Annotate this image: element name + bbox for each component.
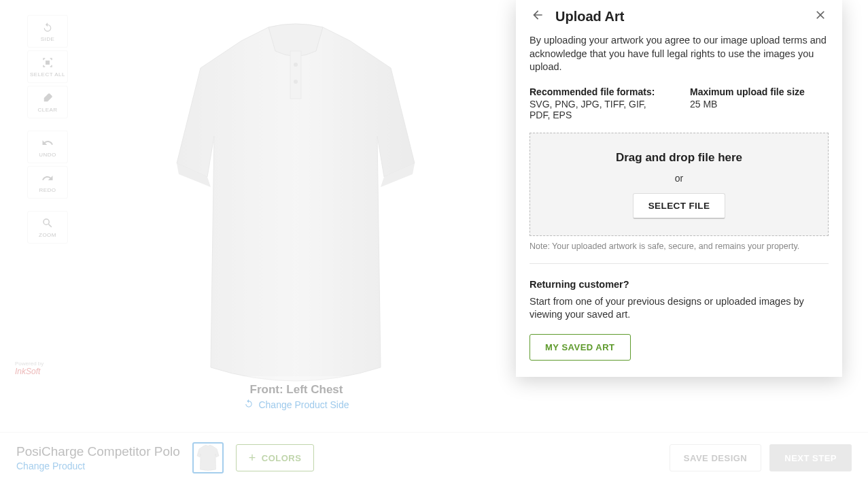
close-button[interactable] (812, 8, 829, 24)
colors-button-label: COLORS (262, 453, 302, 463)
undo-tool-label: UNDO (39, 152, 56, 158)
select-all-tool-label: SELECT ALL (30, 71, 65, 78)
zoom-tool-label: ZOOM (39, 232, 56, 238)
back-button[interactable] (530, 8, 546, 24)
dropzone-or: or (537, 173, 821, 184)
formats-spec: Recommended file formats: SVG, PNG, JPG,… (530, 86, 668, 120)
redo-tool[interactable]: REDO (27, 166, 68, 199)
product-thumbnail[interactable] (192, 442, 224, 473)
file-dropzone[interactable]: Drag and drop file here or SELECT FILE (530, 133, 829, 236)
powered-by-brand: InkSoft (15, 367, 40, 376)
undo-tool[interactable]: UNDO (27, 131, 68, 163)
zoom-tool[interactable]: ZOOM (27, 211, 68, 244)
plus-icon: + (249, 451, 256, 465)
bottom-bar: PosiCharge Competitor Polo Change Produc… (0, 432, 868, 483)
svg-rect-0 (290, 51, 301, 99)
eraser-icon (41, 92, 54, 105)
svg-point-2 (294, 80, 298, 84)
clear-tool-label: CLEAR (37, 107, 57, 113)
side-tool-label: SIDE (41, 36, 55, 42)
zoom-icon (41, 217, 54, 231)
change-product-side-link[interactable]: Change Product Side (219, 398, 374, 411)
colors-button[interactable]: + COLORS (236, 444, 315, 471)
rotate-icon (41, 21, 54, 35)
upload-terms-text: By uploading your artwork you agree to o… (530, 34, 829, 74)
save-design-button[interactable]: SAVE DESIGN (670, 444, 761, 471)
select-all-tool[interactable]: SELECT ALL (27, 50, 68, 83)
formats-label: Recommended file formats: (530, 86, 668, 97)
change-product-link[interactable]: Change Product (16, 461, 180, 471)
panel-title: Upload Art (555, 9, 803, 24)
rotate-icon (243, 398, 254, 411)
arrow-left-icon (531, 8, 544, 24)
left-toolbar: SIDE SELECT ALL CLEAR UNDO REDO (27, 15, 68, 244)
svg-point-1 (294, 63, 298, 67)
product-preview[interactable] (82, 7, 510, 415)
returning-customer-title: Returning customer? (530, 279, 829, 290)
product-side-title: Front: Left Chest (227, 383, 366, 397)
redo-tool-label: REDO (39, 187, 56, 193)
divider (530, 263, 829, 264)
polo-thumb-icon (196, 444, 220, 471)
product-name: PosiCharge Competitor Polo (16, 444, 180, 459)
select-all-icon (41, 56, 54, 70)
close-icon (814, 8, 827, 24)
formats-value: SVG, PNG, JPG, TIFF, GIF, PDF, EPS (530, 99, 668, 120)
undo-icon (41, 137, 54, 150)
redo-icon (41, 172, 54, 186)
change-side-label: Change Product Side (258, 399, 349, 410)
dropzone-title: Drag and drop file here (537, 151, 821, 165)
upload-note: Note: Your uploaded artwork is safe, sec… (530, 242, 829, 251)
size-spec: Maximum upload file size 25 MB (690, 86, 829, 120)
my-saved-art-button[interactable]: MY SAVED ART (530, 334, 631, 361)
side-tool[interactable]: SIDE (27, 15, 68, 48)
panel-header: Upload Art (530, 8, 829, 24)
next-step-button[interactable]: NEXT STEP (769, 444, 852, 471)
polo-shirt-mockup (146, 14, 445, 408)
returning-customer-body: Start from one of your previous designs … (530, 295, 829, 322)
powered-by-prefix: Powered by (15, 361, 44, 367)
upload-art-panel: Upload Art By uploading your artwork you… (516, 0, 842, 377)
size-label: Maximum upload file size (690, 86, 829, 97)
product-info: PosiCharge Competitor Polo Change Produc… (16, 444, 180, 471)
select-file-button[interactable]: SELECT FILE (633, 193, 726, 219)
size-value: 25 MB (690, 99, 829, 110)
powered-by-badge: Powered by InkSoft (15, 361, 44, 376)
upload-specs: Recommended file formats: SVG, PNG, JPG,… (530, 86, 829, 120)
clear-tool[interactable]: CLEAR (27, 86, 68, 118)
product-side-label: Front: Left Chest (219, 376, 374, 401)
